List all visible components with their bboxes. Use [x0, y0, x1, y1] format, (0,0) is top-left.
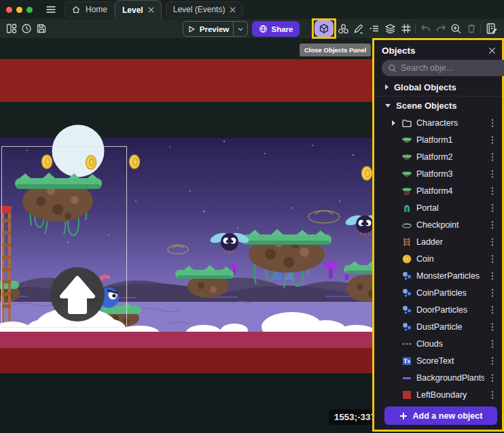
close-icon [230, 7, 236, 13]
object-item-checkpoint[interactable]: Checkpoint [374, 216, 502, 233]
kebab-menu-icon[interactable] [488, 322, 497, 332]
object-item-dustparticle[interactable]: DustParticle [374, 318, 502, 335]
kebab-menu-icon[interactable] [488, 220, 497, 230]
share-button[interactable]: Share [252, 21, 300, 37]
object-item-platform2[interactable]: Platform2 [374, 148, 502, 165]
checkpoint-thumbnail-icon [401, 220, 413, 230]
close-tab-button[interactable] [230, 7, 236, 13]
top-boundary-red-band [0, 59, 379, 102]
kebab-menu-icon[interactable] [488, 390, 497, 400]
tab-label: Level [122, 5, 143, 15]
kebab-menu-icon[interactable] [488, 186, 497, 196]
particles-thumbnail-icon [401, 305, 413, 315]
preview-dropdown-button[interactable] [233, 22, 247, 36]
kebab-menu-icon[interactable] [488, 373, 497, 383]
panel-layout-button[interactable] [5, 22, 18, 35]
object-item-leftboundary[interactable]: LeftBoundary [374, 386, 502, 403]
close-window-button[interactable] [6, 7, 12, 13]
object-item-ladder[interactable]: Ladder [374, 233, 502, 250]
object-item-platform3[interactable]: Platform3 [374, 165, 502, 182]
close-panel-button[interactable] [488, 47, 496, 54]
object-item-scoretext[interactable]: TxScoreText [374, 352, 502, 369]
plus-icon [399, 412, 408, 420]
kebab-menu-icon[interactable] [488, 271, 497, 281]
add-object-label: Add a new object [413, 411, 483, 421]
object-item-label: MonsterParticles [416, 271, 484, 281]
caret-right-icon [385, 84, 389, 90]
text-thumbnail-icon: Tx [401, 356, 413, 366]
caret-down-icon [385, 104, 391, 107]
platform-speckled-thumbnail-icon [401, 152, 413, 162]
object-item-clouds[interactable]: Clouds [374, 335, 502, 352]
line-thumbnail-icon [401, 373, 413, 383]
jump-arrow-control[interactable] [50, 267, 105, 322]
object-item-label: ScoreText [416, 356, 484, 366]
toolbar-separator [415, 24, 416, 33]
particles-thumbnail-icon [401, 288, 413, 298]
undo-icon [420, 23, 431, 35]
tab-home[interactable]: Home [64, 1, 115, 18]
redo-button[interactable] [434, 22, 448, 35]
section-scene-objects[interactable]: Scene Objects [374, 97, 502, 114]
search-icon [388, 64, 397, 73]
platform-tall-thumbnail-icon [401, 186, 413, 196]
object-groups-button[interactable] [336, 22, 350, 35]
object-item-label: Checkpoint [416, 220, 484, 230]
scene-editor-canvas[interactable]: 1553;-337 [0, 38, 379, 433]
object-item-label: CoinParticles [416, 288, 484, 298]
object-item-doorparticles[interactable]: DoorParticles [374, 301, 502, 318]
below-scene-dark [0, 373, 379, 433]
kebab-menu-icon[interactable] [488, 305, 497, 315]
grid-button[interactable] [399, 22, 413, 35]
object-item-backgroundplants[interactable]: BackgroundPlants [374, 369, 502, 386]
edit-button[interactable] [352, 22, 365, 35]
object-item-monsterparticles[interactable]: MonsterParticles [374, 267, 502, 284]
save-button[interactable] [35, 22, 48, 35]
object-item-label: DustParticle [416, 322, 484, 332]
object-item-platform4[interactable]: Platform4 [374, 182, 502, 199]
tab-level-events[interactable]: Level (Events) [166, 1, 244, 18]
scene-properties-button[interactable] [485, 22, 499, 35]
kebab-menu-icon[interactable] [488, 254, 497, 264]
main-menu-button[interactable] [39, 0, 62, 19]
save-icon [36, 23, 47, 34]
kebab-menu-icon[interactable] [488, 356, 497, 366]
maximize-window-button[interactable] [26, 7, 33, 13]
kebab-menu-icon[interactable] [488, 203, 497, 213]
kebab-menu-icon[interactable] [488, 237, 497, 247]
svg-text:Tx: Tx [403, 358, 411, 364]
objects-panel-toggle-button[interactable] [314, 20, 334, 37]
kebab-menu-icon[interactable] [488, 152, 497, 162]
kebab-menu-icon[interactable] [488, 118, 497, 128]
object-item-characters[interactable]: Characters [374, 114, 502, 131]
tab-level[interactable]: Level [115, 0, 162, 19]
coin-thumbnail-icon [401, 254, 413, 264]
instances-list-button[interactable] [367, 22, 381, 35]
object-search-input[interactable] [401, 63, 504, 73]
kebab-menu-icon[interactable] [488, 135, 497, 145]
kebab-menu-icon[interactable] [488, 339, 497, 349]
layers-button[interactable] [383, 22, 397, 35]
tab-bar: Home Level Level (Events) [0, 0, 504, 19]
history-button[interactable] [20, 22, 33, 35]
object-item-label: Characters [416, 118, 484, 128]
object-item-label: Platform2 [416, 152, 484, 162]
undo-button[interactable] [418, 22, 432, 35]
kebab-menu-icon[interactable] [488, 288, 497, 298]
delete-button[interactable] [465, 22, 478, 35]
object-item-coin[interactable]: Coin [374, 250, 502, 267]
zoom-in-button[interactable] [449, 22, 463, 35]
toolbar-separator [480, 24, 481, 33]
close-tab-button[interactable] [148, 7, 154, 13]
kebab-menu-icon[interactable] [488, 169, 497, 179]
object-item-label: DoorParticles [416, 305, 484, 315]
section-global-objects[interactable]: Global Objects [374, 78, 502, 96]
object-item-coinparticles[interactable]: CoinParticles [374, 284, 502, 301]
preview-button[interactable]: Preview [183, 21, 248, 37]
search-row [374, 58, 502, 78]
object-item-portal[interactable]: Portal [374, 199, 502, 216]
minimize-window-button[interactable] [16, 7, 22, 13]
add-object-button[interactable]: Add a new object [384, 406, 497, 425]
object-search-box[interactable] [382, 60, 504, 76]
object-item-platform1[interactable]: Platform1 [374, 131, 502, 148]
